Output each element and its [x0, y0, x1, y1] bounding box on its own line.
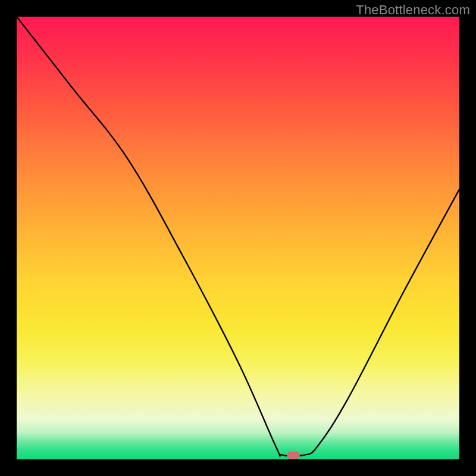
watermark-text: TheBottleneck.com [356, 2, 470, 18]
chart-frame: TheBottleneck.com [0, 0, 476, 476]
optimum-marker [287, 452, 300, 459]
bottleneck-curve [17, 17, 459, 459]
plot-area [17, 17, 459, 459]
